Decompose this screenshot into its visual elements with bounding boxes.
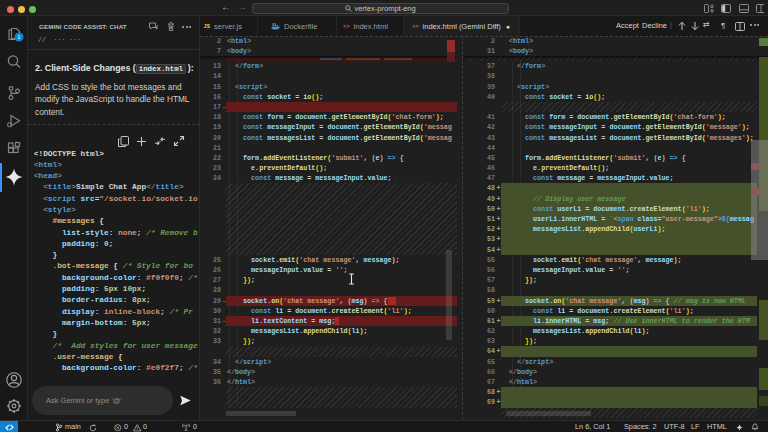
svg-text:1: 1 [17,34,20,40]
